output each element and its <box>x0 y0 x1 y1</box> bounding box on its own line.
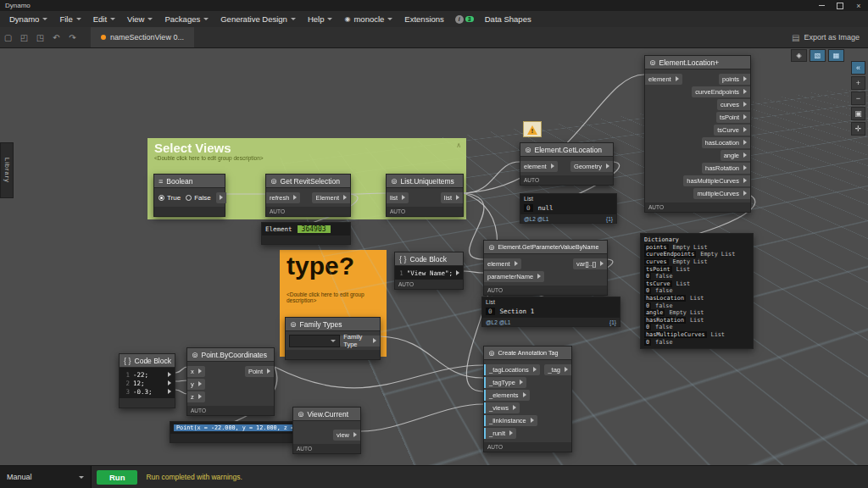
lacing-label[interactable]: AUTO <box>387 207 463 216</box>
output-port-var[interactable]: var[]..[] <box>573 258 607 269</box>
lacing-label[interactable]: AUTO <box>484 286 607 295</box>
menu-data-shapes[interactable]: Data Shapes <box>479 11 537 27</box>
node-point-bycoordinates[interactable]: ⊚ Point.ByCoordinates x Point y z AUTO <box>186 347 275 416</box>
collapse-panel-icon[interactable]: « <box>851 61 865 75</box>
wire[interactable] <box>175 380 187 381</box>
node-header[interactable]: ⊚ Element.Location+ <box>645 56 750 69</box>
output-port[interactable]: curveEndpoints <box>692 86 750 97</box>
node-canvas[interactable]: Select Views <Double click here to edit … <box>0 47 868 466</box>
node-header[interactable]: ⊚ Element.GetLocation <box>520 143 613 157</box>
menu-view[interactable]: View <box>121 11 159 27</box>
node-header[interactable]: ⊚ Element.GetParameterValueByName <box>484 241 607 254</box>
redo-icon[interactable]: ↷ <box>64 33 81 42</box>
node-header[interactable]: ⊚ Point.ByCoordinates <box>187 348 274 362</box>
node-header[interactable]: ⊚ Create Annotation Tag <box>484 347 571 360</box>
warning-badge[interactable]: ! <box>523 121 542 137</box>
save-icon[interactable]: ◳ <box>32 33 48 42</box>
node-header[interactable]: ⊚ Get RevitSelection <box>266 175 350 188</box>
menu-edit[interactable]: Edit <box>87 11 121 27</box>
menu-generative-design[interactable]: Generative Design <box>214 11 302 27</box>
node-header[interactable]: ⊚ Family Types <box>286 318 380 331</box>
node-view-current[interactable]: ⊚ View.Current view AUTO <box>292 407 361 454</box>
list-levels[interactable]: @L2 @L1 <box>486 319 510 325</box>
radio-false[interactable]: False <box>186 194 211 202</box>
output-port[interactable] <box>216 192 226 203</box>
node-watch-point[interactable]: Point(x = -22.000, y = 12.000, z = -0.30… <box>170 421 294 443</box>
output-port[interactable]: angle <box>721 150 750 161</box>
node-list-uniqueitems[interactable]: ⊚ List.UniqueItems list list AUTO <box>386 174 464 217</box>
node-watch-section[interactable]: List 0Section 1 @L2 @L1 {1} <box>481 297 620 327</box>
list-levels[interactable]: @L2 @L1 <box>524 216 548 222</box>
menu-help[interactable]: Help <box>302 11 339 27</box>
lacing-label[interactable]: AUTO <box>266 207 350 216</box>
zoom-in-icon[interactable]: + <box>851 76 865 90</box>
node-element-watch[interactable]: Element 364903 <box>261 222 351 245</box>
port-arrow-icon[interactable] <box>168 372 171 377</box>
run-mode-select[interactable]: Manual <box>0 466 92 488</box>
node-watch-null[interactable]: List 0null @L2 @L1 {1} <box>520 193 617 224</box>
input-port-element[interactable]: element <box>520 161 558 172</box>
port-arrow-icon[interactable] <box>168 389 171 394</box>
input-port-tagtype[interactable]: _tagType <box>484 377 526 388</box>
port-arrow-icon[interactable] <box>168 380 171 385</box>
node-element-location-plus[interactable]: ⊚ Element.Location+ element points curve… <box>644 55 751 213</box>
input-port-taglocations[interactable]: _tagLocations <box>484 364 540 375</box>
output-port[interactable]: hasLocation <box>702 137 750 148</box>
geometry-view-icon[interactable]: ▧ <box>810 49 826 62</box>
input-port-refresh[interactable]: refresh <box>266 192 300 203</box>
lacing-label[interactable]: AUTO <box>520 175 613 185</box>
output-port-tag[interactable]: _tag <box>544 364 571 375</box>
node-create-annotation-tag[interactable]: ⊚ Create Annotation Tag _tagLocations _t… <box>483 346 572 452</box>
output-port-element[interactable]: Element <box>312 192 350 203</box>
output-port-geometry[interactable]: Geometry <box>570 161 613 172</box>
output-port-view[interactable]: view <box>333 430 360 441</box>
output-port[interactable]: points <box>719 74 750 85</box>
graph-view-icon[interactable]: ▦ <box>828 49 844 62</box>
node-header[interactable]: { } Code Block <box>120 354 175 368</box>
wire[interactable] <box>350 193 387 194</box>
new-file-icon[interactable]: ▢ <box>0 33 16 42</box>
output-port-family-type[interactable]: Family Type <box>340 336 380 347</box>
input-port-element[interactable]: element <box>484 258 521 269</box>
open-folder-icon[interactable]: ◰ <box>16 33 32 42</box>
input-port-linkinstance[interactable]: _linkInstance <box>484 415 537 426</box>
input-port-views[interactable]: _views <box>484 402 520 413</box>
node-get-revit-selection[interactable]: ⊚ Get RevitSelection refresh Element AUT… <box>265 174 351 217</box>
node-boolean[interactable]: ≡ Boolean True False <box>153 174 225 217</box>
node-code-block-view-name[interactable]: { } Code Block 1 "View Name"; AUTO <box>394 252 464 290</box>
library-tab[interactable]: Library <box>0 142 14 198</box>
document-tab[interactable]: nameSectionView 0... <box>91 27 194 47</box>
wire[interactable] <box>381 336 483 378</box>
input-port-parametername[interactable]: parameterName <box>484 271 544 282</box>
wire[interactable] <box>275 365 483 388</box>
node-header[interactable]: ⊚ List.UniqueItems <box>387 175 463 188</box>
minimize-button[interactable] <box>812 0 831 11</box>
code-block-body[interactable]: 1 "View Name"; <box>395 266 463 280</box>
node-family-types[interactable]: ⊚ Family Types Family Type <box>285 317 381 360</box>
output-port[interactable]: hasMultipleCurves <box>683 175 750 186</box>
lacing-label[interactable]: AUTO <box>645 202 750 212</box>
output-port[interactable]: tsCurve <box>714 125 750 136</box>
wire[interactable] <box>361 404 483 431</box>
node-header[interactable]: ⊚ View.Current <box>293 408 360 421</box>
lacing-label[interactable]: AUTO <box>187 406 274 415</box>
node-header[interactable]: { } Code Block <box>395 252 463 266</box>
input-port-element[interactable]: element <box>645 74 682 85</box>
node-element-getlocation[interactable]: ⊚ Element.GetLocation element Geometry A… <box>520 142 614 186</box>
code-block-body[interactable]: 1-22; 212; 3-0.3; <box>120 368 175 398</box>
pan-icon[interactable]: ✛ <box>851 122 865 136</box>
input-port-runit[interactable]: _runIt <box>484 428 516 439</box>
node-dictionary-watch[interactable]: Dictionary pointsEmpty List curveEndpoin… <box>640 233 754 349</box>
orbit-icon[interactable]: ◈ <box>791 49 807 62</box>
menu-monocle[interactable]: ◉monocle <box>338 11 398 27</box>
output-port[interactable]: tsPoint <box>716 112 750 123</box>
family-type-dropdown[interactable] <box>289 335 340 347</box>
node-code-block-xyz[interactable]: { } Code Block 1-22; 212; 3-0.3; <box>119 353 175 408</box>
menu-extensions[interactable]: Extensions <box>398 11 449 27</box>
lacing-label[interactable]: AUTO <box>484 442 571 452</box>
radio-true[interactable]: True <box>159 194 181 202</box>
close-button[interactable]: × <box>849 0 868 11</box>
zoom-fit-icon[interactable]: ▣ <box>851 107 865 120</box>
output-port[interactable]: multipleCurves <box>693 188 750 199</box>
output-port[interactable]: hasRotation <box>702 163 750 174</box>
